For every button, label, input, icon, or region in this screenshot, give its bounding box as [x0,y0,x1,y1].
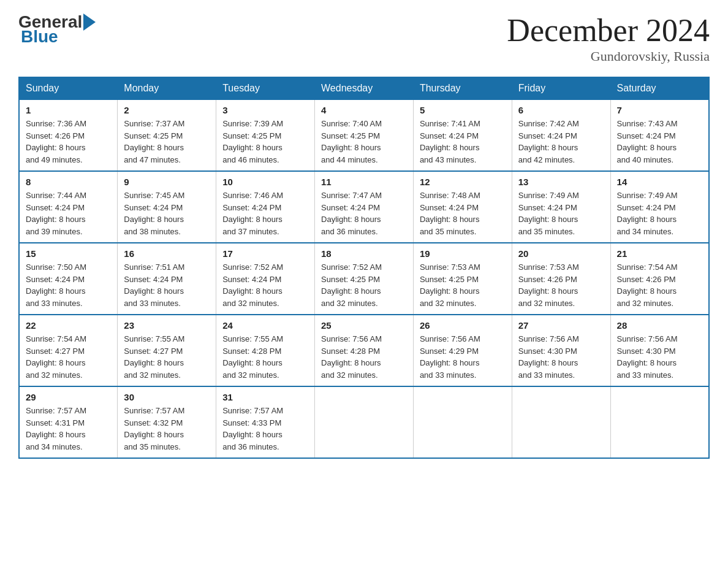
day-info: Sunrise: 7:49 AM Sunset: 4:24 PM Dayligh… [518,190,604,237]
page-header: General Blue December 2024 Gundorovskiy,… [18,12,710,64]
calendar-cell: 9 Sunrise: 7:45 AM Sunset: 4:24 PM Dayli… [118,171,216,243]
calendar-week-3: 15 Sunrise: 7:50 AM Sunset: 4:24 PM Dayl… [19,243,709,315]
day-number: 20 [518,248,604,259]
day-number: 27 [518,320,604,331]
calendar-cell: 1 Sunrise: 7:36 AM Sunset: 4:26 PM Dayli… [19,99,118,171]
day-info: Sunrise: 7:44 AM Sunset: 4:24 PM Dayligh… [26,190,111,237]
calendar-week-2: 8 Sunrise: 7:44 AM Sunset: 4:24 PM Dayli… [19,171,709,243]
day-info: Sunrise: 7:42 AM Sunset: 4:24 PM Dayligh… [518,118,604,166]
day-number: 26 [420,320,506,331]
calendar-cell: 20 Sunrise: 7:53 AM Sunset: 4:26 PM Dayl… [512,243,610,315]
day-number: 30 [124,392,210,402]
day-number: 8 [26,177,111,187]
day-number: 29 [26,392,111,402]
calendar-cell: 10 Sunrise: 7:46 AM Sunset: 4:24 PM Dayl… [216,171,315,243]
day-info: Sunrise: 7:55 AM Sunset: 4:28 PM Dayligh… [222,333,308,381]
day-number: 10 [222,177,308,187]
calendar-cell: 29 Sunrise: 7:57 AM Sunset: 4:31 PM Dayl… [19,386,118,458]
day-info: Sunrise: 7:55 AM Sunset: 4:27 PM Dayligh… [124,333,210,381]
day-number: 14 [617,177,702,187]
calendar-cell: 14 Sunrise: 7:49 AM Sunset: 4:24 PM Dayl… [610,171,709,243]
header-sunday: Sunday [19,77,118,99]
day-info: Sunrise: 7:46 AM Sunset: 4:24 PM Dayligh… [222,190,308,237]
day-number: 12 [420,177,506,187]
day-number: 5 [420,105,506,115]
calendar-cell: 19 Sunrise: 7:53 AM Sunset: 4:25 PM Dayl… [413,243,512,315]
header-monday: Monday [118,77,216,99]
calendar-table: Sunday Monday Tuesday Wednesday Thursday… [18,77,710,459]
calendar-cell: 25 Sunrise: 7:56 AM Sunset: 4:28 PM Dayl… [315,315,414,386]
day-info: Sunrise: 7:57 AM Sunset: 4:33 PM Dayligh… [222,405,308,453]
day-info: Sunrise: 7:53 AM Sunset: 4:25 PM Dayligh… [420,261,506,309]
calendar-cell: 23 Sunrise: 7:55 AM Sunset: 4:27 PM Dayl… [118,315,216,386]
day-number: 6 [518,105,604,115]
logo: General Blue [18,12,97,47]
day-info: Sunrise: 7:56 AM Sunset: 4:30 PM Dayligh… [518,333,604,381]
day-number: 31 [222,392,308,402]
location-title: Gundorovskiy, Russia [507,48,710,64]
day-number: 7 [617,105,702,115]
day-info: Sunrise: 7:47 AM Sunset: 4:24 PM Dayligh… [321,190,407,237]
calendar-cell: 31 Sunrise: 7:57 AM Sunset: 4:33 PM Dayl… [216,386,315,458]
calendar-cell: 17 Sunrise: 7:52 AM Sunset: 4:24 PM Dayl… [216,243,315,315]
day-info: Sunrise: 7:56 AM Sunset: 4:29 PM Dayligh… [420,333,506,381]
calendar-week-4: 22 Sunrise: 7:54 AM Sunset: 4:27 PM Dayl… [19,315,709,386]
day-number: 13 [518,177,604,187]
day-number: 2 [124,105,210,115]
calendar-week-1: 1 Sunrise: 7:36 AM Sunset: 4:26 PM Dayli… [19,99,709,171]
day-number: 24 [222,320,308,331]
calendar-cell: 30 Sunrise: 7:57 AM Sunset: 4:32 PM Dayl… [118,386,216,458]
header-thursday: Thursday [413,77,512,99]
header-friday: Friday [512,77,610,99]
calendar-cell: 8 Sunrise: 7:44 AM Sunset: 4:24 PM Dayli… [19,171,118,243]
day-info: Sunrise: 7:45 AM Sunset: 4:24 PM Dayligh… [124,190,210,237]
day-info: Sunrise: 7:57 AM Sunset: 4:32 PM Dayligh… [124,405,210,453]
calendar-cell: 16 Sunrise: 7:51 AM Sunset: 4:24 PM Dayl… [118,243,216,315]
day-number: 4 [321,105,407,115]
calendar-cell: 21 Sunrise: 7:54 AM Sunset: 4:26 PM Dayl… [610,243,709,315]
header-row: Sunday Monday Tuesday Wednesday Thursday… [19,77,709,99]
calendar-cell [315,386,414,458]
day-info: Sunrise: 7:41 AM Sunset: 4:24 PM Dayligh… [420,118,506,166]
day-number: 28 [617,320,702,331]
calendar-cell: 12 Sunrise: 7:48 AM Sunset: 4:24 PM Dayl… [413,171,512,243]
day-number: 15 [26,248,111,259]
day-number: 3 [222,105,308,115]
day-number: 22 [26,320,111,331]
title-area: December 2024 Gundorovskiy, Russia [507,12,710,64]
header-wednesday: Wednesday [315,77,414,99]
day-number: 18 [321,248,407,259]
day-info: Sunrise: 7:52 AM Sunset: 4:25 PM Dayligh… [321,261,407,309]
day-info: Sunrise: 7:50 AM Sunset: 4:24 PM Dayligh… [26,261,111,309]
calendar-cell: 22 Sunrise: 7:54 AM Sunset: 4:27 PM Dayl… [19,315,118,386]
day-info: Sunrise: 7:49 AM Sunset: 4:24 PM Dayligh… [617,190,702,237]
calendar-cell: 27 Sunrise: 7:56 AM Sunset: 4:30 PM Dayl… [512,315,610,386]
day-number: 21 [617,248,702,259]
calendar-week-5: 29 Sunrise: 7:57 AM Sunset: 4:31 PM Dayl… [19,386,709,458]
day-number: 23 [124,320,210,331]
day-info: Sunrise: 7:37 AM Sunset: 4:25 PM Dayligh… [124,118,210,166]
calendar-cell: 24 Sunrise: 7:55 AM Sunset: 4:28 PM Dayl… [216,315,315,386]
month-title: December 2024 [507,12,710,48]
day-info: Sunrise: 7:56 AM Sunset: 4:28 PM Dayligh… [321,333,407,381]
day-info: Sunrise: 7:53 AM Sunset: 4:26 PM Dayligh… [518,261,604,309]
day-info: Sunrise: 7:54 AM Sunset: 4:27 PM Dayligh… [26,333,111,381]
calendar-cell: 7 Sunrise: 7:43 AM Sunset: 4:24 PM Dayli… [610,99,709,171]
day-info: Sunrise: 7:48 AM Sunset: 4:24 PM Dayligh… [420,190,506,237]
calendar-cell: 28 Sunrise: 7:56 AM Sunset: 4:30 PM Dayl… [610,315,709,386]
day-number: 16 [124,248,210,259]
day-number: 1 [26,105,111,115]
day-info: Sunrise: 7:51 AM Sunset: 4:24 PM Dayligh… [124,261,210,309]
calendar-cell: 3 Sunrise: 7:39 AM Sunset: 4:25 PM Dayli… [216,99,315,171]
day-info: Sunrise: 7:54 AM Sunset: 4:26 PM Dayligh… [617,261,702,309]
header-saturday: Saturday [610,77,709,99]
day-number: 19 [420,248,506,259]
calendar-cell: 18 Sunrise: 7:52 AM Sunset: 4:25 PM Dayl… [315,243,414,315]
day-info: Sunrise: 7:56 AM Sunset: 4:30 PM Dayligh… [617,333,702,381]
header-tuesday: Tuesday [216,77,315,99]
logo-blue: Blue [21,27,58,46]
day-info: Sunrise: 7:39 AM Sunset: 4:25 PM Dayligh… [222,118,308,166]
day-number: 25 [321,320,407,331]
calendar-cell [413,386,512,458]
calendar-cell [512,386,610,458]
